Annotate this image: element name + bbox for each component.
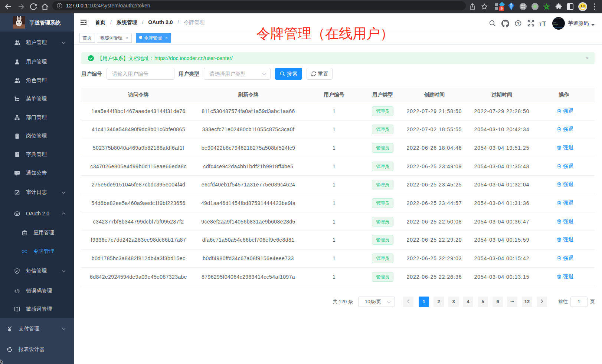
svg-text:T: T (539, 22, 542, 27)
svg-text:?: ? (517, 21, 520, 26)
svg-text:T: T (542, 20, 546, 27)
svg-text:A: A (24, 250, 26, 253)
